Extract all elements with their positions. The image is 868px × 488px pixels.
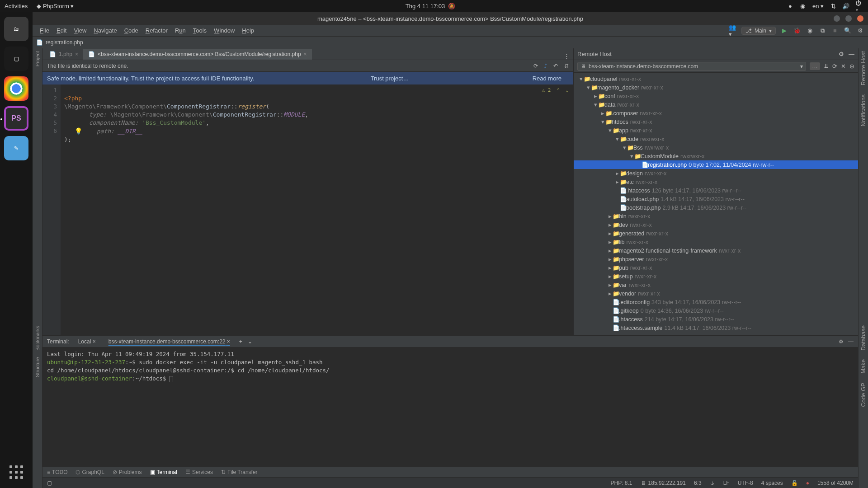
panel-hide-icon[interactable]: — (848, 338, 854, 345)
tree-node[interactable]: 📄 .htaccess 126 byte 14:17, 16/06/2023 r… (574, 186, 858, 195)
terminal-tab-local[interactable]: Local × (75, 338, 99, 346)
structure-tool[interactable]: Structure (35, 357, 40, 377)
tree-node[interactable]: ▾📁 data rwxr-xr-x (574, 100, 858, 109)
codegpt-tool[interactable]: Code GP (860, 383, 867, 407)
problems-tool[interactable]: ⊘ Problems (113, 469, 142, 475)
graphql-tool[interactable]: ⬡ GraphQL (75, 469, 104, 475)
tray-icon[interactable]: ● (787, 3, 793, 9)
tree-node[interactable]: ▸📁 magento2-functional-testing-framework… (574, 246, 858, 255)
terminal-tab-remote[interactable]: bss-xteam-instance.demo-bsscommerce.com:… (105, 338, 234, 346)
search-button[interactable]: 🔍 (844, 27, 852, 34)
dock-gedit[interactable]: ✎ (4, 136, 28, 160)
network-icon[interactable]: ⇅ (830, 3, 836, 9)
bookmarks-tool[interactable]: Bookmarks (35, 326, 40, 351)
tree-node[interactable]: ▾📁 htdocs rwxr-xr-x (574, 117, 858, 126)
menu-code[interactable]: Code (121, 27, 142, 34)
run-button[interactable]: ▶ (780, 27, 788, 34)
debug-button[interactable]: 🐞 (793, 27, 801, 34)
dock-show-apps[interactable] (9, 465, 23, 479)
tree-node[interactable]: ▸📁 bin rwxr-xr-x (574, 212, 858, 221)
close-button[interactable] (857, 15, 863, 22)
app-menu[interactable]: ◆ PhpStorm ▾ (37, 3, 74, 9)
tree-node[interactable]: ▾📁 code rwxrwxr-x (574, 135, 858, 143)
panel-hide-icon[interactable]: — (849, 51, 854, 57)
tool-window-icon[interactable]: ▢ (47, 480, 52, 486)
panel-settings-icon[interactable]: ⚙ (839, 338, 844, 345)
code-editor[interactable]: 123456 <?php \Magento\Framework\Componen… (42, 84, 573, 335)
volume-icon[interactable]: 🔊 (843, 3, 849, 9)
disconnect-icon[interactable]: ✕ (841, 63, 846, 70)
chrome-tray-icon[interactable]: ◉ (800, 3, 806, 9)
remote-host-combo[interactable]: 🖥 bss-xteam-instance.demo-bsscommerce.co… (577, 62, 806, 71)
diff-icon[interactable]: ⇵ (564, 63, 569, 69)
activities-button[interactable]: Activities (5, 3, 28, 9)
error-indicator[interactable]: ● (806, 480, 809, 486)
collapse-icon[interactable]: ⇊ (824, 63, 829, 70)
tree-node[interactable]: ▸📁 phpserver rwxr-xr-x (574, 255, 858, 263)
terminal-dropdown-icon[interactable]: ⌄ (248, 338, 252, 345)
tree-node[interactable]: 📄 .editorconfig 343 byte 14:17, 16/06/20… (574, 298, 858, 306)
readonly-icon[interactable]: 🔓 (791, 480, 798, 486)
tree-node[interactable]: ▾📁 app rwxr-xr-x (574, 126, 858, 135)
menu-view[interactable]: View (70, 27, 90, 34)
tree-node[interactable]: ▸📁 vendor rwxr-xr-x (574, 289, 858, 298)
caret-position[interactable]: 6:3 (694, 480, 702, 486)
indent-setting[interactable]: 4 spaces (761, 480, 783, 486)
inspection-widget[interactable]: ⚠ 2 ⌃ ⌄ (542, 86, 569, 94)
close-icon[interactable]: × (304, 51, 307, 57)
tree-node[interactable]: ▸📁 etc rwxr-xr-x (574, 178, 858, 186)
dock-files[interactable]: 🗂 (4, 17, 28, 41)
dock-terminal[interactable]: ▢ (4, 47, 28, 71)
menu-tools[interactable]: Tools (189, 27, 210, 34)
tree-node[interactable]: 📄 bootstrap.php 2.9 kB 14:17, 16/06/2023… (574, 203, 858, 212)
more-button[interactable]: … (810, 62, 820, 70)
indent-icon[interactable]: ⫝ (710, 480, 715, 486)
tree-node[interactable]: 📄 .htaccess 214 byte 14:17, 16/06/2023 r… (574, 315, 858, 324)
terminal-output[interactable]: Last login: Thu Apr 11 09:49:19 2024 fro… (42, 347, 858, 466)
menu-window[interactable]: Window (210, 27, 238, 34)
memory-indicator[interactable]: 1558 of 4200M (817, 480, 854, 486)
tree-node[interactable]: 📄 autoload.php 1.4 kB 14:17, 16/06/2023 … (574, 195, 858, 203)
tree-node[interactable]: ▸📁 dev rwxr-xr-x (574, 221, 858, 229)
help-icon[interactable]: ⊕ (849, 63, 854, 70)
tree-node[interactable]: ▾📁 cloudpanel rwxr-xr-x (574, 75, 858, 83)
make-tool[interactable]: Make (860, 359, 867, 374)
tree-node[interactable]: ▾📁 CustomModule rwxrwxr-x (574, 152, 858, 160)
tree-node[interactable]: 📄 .htaccess.sample 11.4 kB 14:17, 16/06/… (574, 324, 858, 332)
git-branch[interactable]: ⎇ Main ▾ (741, 27, 776, 35)
remote-host-tool[interactable]: Remote Host (860, 51, 867, 85)
menu-navigate[interactable]: Navigate (90, 27, 120, 34)
read-more-link[interactable]: Read more (533, 75, 561, 82)
project-tool[interactable]: Project (35, 51, 40, 66)
dock-phpstorm[interactable]: PS (4, 106, 28, 131)
services-tool[interactable]: ☰ Services (185, 469, 213, 475)
coverage-button[interactable]: ◉ (806, 27, 814, 34)
maximize-button[interactable] (845, 15, 852, 22)
terminal-tool[interactable]: ▣ Terminal (150, 469, 177, 475)
refresh-icon[interactable]: ⟳ (832, 63, 837, 70)
tree-node[interactable]: ▸📁 pub rwxr-xr-x (574, 263, 858, 272)
tab-options-icon[interactable]: ⋮ (560, 53, 573, 60)
tree-node[interactable]: ▸📁 conf rwxr-xr-x (574, 92, 858, 100)
file-encoding[interactable]: UTF-8 (738, 480, 753, 486)
tree-node[interactable]: ▾📁 Bss rwxrwxr-x (574, 143, 858, 152)
intention-bulb-icon[interactable]: 💡 (75, 127, 82, 135)
todo-tool[interactable]: ≡ TODO (47, 469, 67, 475)
remote-file-tree[interactable]: ▾📁 cloudpanel rwxr-xr-x▾📁 magento_docker… (574, 73, 858, 335)
tab-registration[interactable]: 📄 <bss-xteam-instance.demo-bsscommerce.c… (83, 49, 312, 60)
menu-file[interactable]: File (36, 27, 53, 34)
revert-icon[interactable]: ↶ (553, 63, 558, 69)
lang-indicator[interactable]: en ▾ (812, 3, 824, 9)
power-icon[interactable]: ⏻ ▾ (855, 3, 862, 9)
deploy-target[interactable]: 🖥 185.92.222.191 (641, 480, 686, 486)
file-transfer-tool[interactable]: ⇅ File Transfer (221, 469, 258, 475)
tree-node[interactable]: ▾📁 magento_docker rwxr-xr-x (574, 83, 858, 92)
menu-run[interactable]: Run (171, 27, 189, 34)
tree-node[interactable]: ▸📁 var rwxr-xr-x (574, 281, 858, 289)
profile-button[interactable]: ⧉ (818, 27, 826, 34)
upload-icon[interactable]: ⤴ (544, 63, 547, 69)
php-version[interactable]: PHP: 8.1 (611, 480, 632, 486)
dock-chrome[interactable] (4, 76, 28, 101)
trust-project-link[interactable]: Trust project… (371, 75, 409, 82)
tree-node[interactable]: 📄 .gitkeep 0 byte 14:36, 16/06/2023 rw-r… (574, 306, 858, 315)
